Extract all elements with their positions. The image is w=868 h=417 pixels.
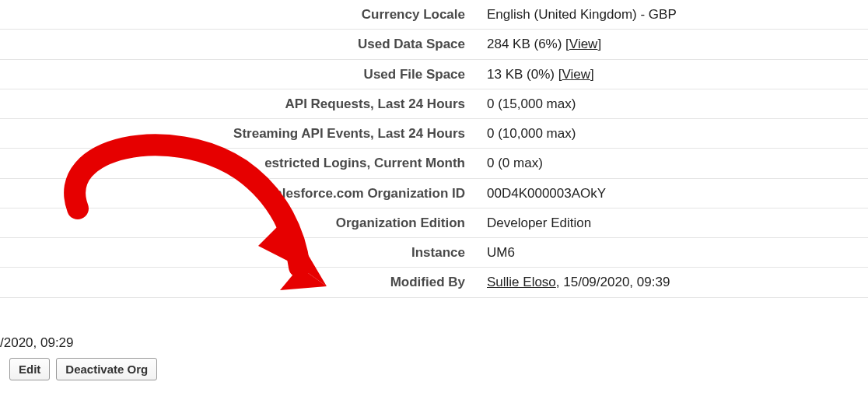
deactivate-org-button[interactable]: Deactivate Org [56, 358, 157, 380]
row-organization-edition: Organization Edition Developer Edition [0, 208, 868, 237]
used-file-space-text: 13 KB (0%) [487, 67, 558, 82]
modified-by-user-link[interactable]: Sullie Eloso [487, 275, 556, 289]
row-restricted-logins: estricted Logins, Current Month 0 (0 max… [0, 149, 868, 178]
value-used-data-space: 284 KB (6%) [View] [476, 30, 868, 59]
label-modified-by: Modified By [0, 268, 476, 297]
modified-by-date: , 15/09/2020, 09:39 [556, 275, 670, 289]
label-streaming-api-events: Streaming API Events, Last 24 Hours [0, 119, 476, 149]
label-organization-edition: Organization Edition [0, 208, 476, 237]
row-currency-locale: Currency Locale English (United Kingdom)… [0, 0, 868, 30]
value-currency-locale: English (United Kingdom) - GBP [476, 0, 868, 30]
row-modified-by: Modified By Sullie Eloso, 15/09/2020, 09… [0, 268, 868, 297]
label-organization-id: Salesforce.com Organization ID [0, 178, 476, 208]
value-streaming-api-events: 0 (10,000 max) [476, 119, 868, 149]
label-used-file-space: Used File Space [0, 59, 476, 89]
value-restricted-logins: 0 (0 max) [476, 149, 868, 178]
value-instance: UM6 [476, 238, 868, 268]
edit-button[interactable]: Edit [9, 358, 50, 380]
row-used-data-space: Used Data Space 284 KB (6%) [View] [0, 30, 868, 59]
row-instance: Instance UM6 [0, 238, 868, 268]
label-instance: Instance [0, 238, 476, 268]
value-api-requests: 0 (15,000 max) [476, 89, 868, 118]
row-api-requests: API Requests, Last 24 Hours 0 (15,000 ma… [0, 89, 868, 118]
value-used-file-space: 13 KB (0%) [View] [476, 59, 868, 89]
org-detail-table: Currency Locale English (United Kingdom)… [0, 0, 868, 298]
view-file-space-link[interactable]: View [562, 67, 590, 82]
value-organization-id: 00D4K000003AOkY [476, 178, 868, 208]
detail-button-row: Edit Deactivate Org [9, 358, 157, 380]
row-used-file-space: Used File Space 13 KB (0%) [View] [0, 59, 868, 89]
partial-created-by-date: /2020, 09:29 [0, 335, 74, 351]
used-data-space-text: 284 KB (6%) [487, 37, 565, 51]
row-streaming-api-events: Streaming API Events, Last 24 Hours 0 (1… [0, 119, 868, 149]
value-modified-by: Sullie Eloso, 15/09/2020, 09:39 [476, 268, 868, 297]
label-currency-locale: Currency Locale [0, 0, 476, 30]
label-restricted-logins: estricted Logins, Current Month [0, 149, 476, 178]
label-api-requests: API Requests, Last 24 Hours [0, 89, 476, 118]
row-organization-id: Salesforce.com Organization ID 00D4K0000… [0, 178, 868, 208]
value-organization-edition: Developer Edition [476, 208, 868, 237]
label-used-data-space: Used Data Space [0, 30, 476, 59]
view-data-space-link[interactable]: View [569, 37, 598, 51]
